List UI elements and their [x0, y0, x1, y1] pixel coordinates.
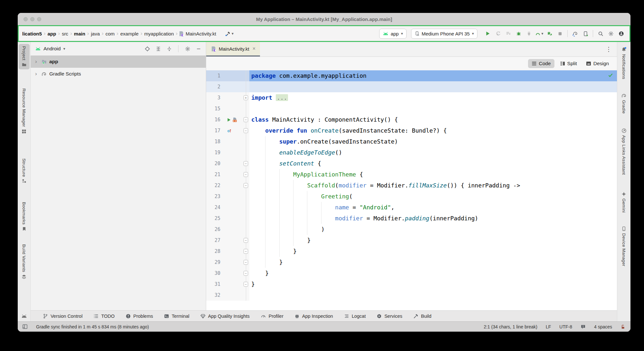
line-number[interactable]: 32 [206, 290, 225, 301]
tree-item-app[interactable]: ›app [31, 55, 206, 68]
tool-window-button-app-quality-insights[interactable]: App Quality Insights [200, 314, 250, 319]
search-everywhere-button[interactable] [596, 29, 605, 38]
tool-window-button-profiler[interactable]: Profiler [261, 314, 284, 319]
feedback-icon[interactable] [581, 324, 586, 329]
fold-column[interactable] [242, 136, 249, 147]
tool-window-button-app-inspection[interactable]: App Inspection [294, 314, 333, 319]
profiler-button[interactable]: ▾ [534, 29, 544, 38]
panel-options-gear-button[interactable] [183, 45, 192, 53]
gutter[interactable] [225, 81, 242, 92]
tool-window-button-services[interactable]: Services [377, 314, 402, 319]
code-text[interactable]: super.onCreate(savedInstanceState) [249, 136, 617, 147]
tool-window-button-logcat[interactable]: Logcat [344, 314, 366, 319]
fold-column[interactable] [242, 103, 249, 114]
line-number[interactable]: 20 [206, 158, 225, 169]
tool-window-tab-app-links-assistant[interactable]: App Links Assistant [619, 126, 630, 177]
line-number[interactable]: 2 [206, 81, 225, 92]
code-text[interactable]: } [249, 257, 617, 268]
code-text[interactable]: } [249, 268, 617, 279]
apply-changes-restart-button[interactable]: A [493, 29, 503, 38]
line-number[interactable]: 28 [206, 246, 225, 257]
breadcrumb-item[interactable]: src [61, 30, 69, 37]
line-ending-indicator[interactable]: LF [546, 324, 551, 329]
breadcrumb-item[interactable]: main [73, 30, 86, 37]
fold-column[interactable] [242, 224, 249, 235]
breadcrumb-item[interactable]: app [47, 30, 57, 37]
gutter[interactable] [225, 125, 242, 136]
tab-mainactivity[interactable]: MainActivity.kt × [206, 42, 260, 56]
mode-code-button[interactable]: Code [528, 59, 554, 68]
tool-window-tab-project[interactable]: Project [19, 44, 30, 69]
fold-marker[interactable]: − [244, 271, 248, 276]
tool-window-button-terminal[interactable]: Terminal [164, 314, 189, 319]
debug-button[interactable] [514, 29, 524, 38]
gutter[interactable] [225, 202, 242, 213]
run-configuration-select[interactable]: app ▾ [379, 29, 407, 39]
attach-debugger-button[interactable] [524, 29, 534, 38]
settings-button[interactable] [606, 29, 616, 38]
gutter[interactable] [225, 235, 242, 246]
line-number[interactable]: 27 [206, 235, 225, 246]
line-number[interactable]: 18 [206, 136, 225, 147]
gutter[interactable] [225, 224, 242, 235]
fold-column[interactable]: − [242, 268, 249, 279]
gutter[interactable] [225, 246, 242, 257]
gutter[interactable] [225, 191, 242, 202]
fold-column[interactable]: − [242, 114, 249, 125]
chevron-right-icon[interactable]: › [35, 71, 39, 77]
fold-marker[interactable]: − [244, 282, 248, 287]
fold-marker[interactable]: + [244, 95, 248, 100]
code-text[interactable]: } [249, 235, 617, 246]
fold-column[interactable]: − [242, 125, 249, 136]
gutter[interactable] [225, 290, 242, 301]
code-text[interactable]: name = "Android", [249, 202, 617, 213]
gradle-sync-button[interactable] [570, 29, 580, 38]
editor-options-kebab-icon[interactable]: ⋮ [601, 45, 617, 53]
fold-column[interactable]: − [242, 169, 249, 180]
lock-open-icon[interactable] [620, 324, 625, 329]
fold-column[interactable] [242, 70, 249, 81]
code-text[interactable]: setContent { [249, 158, 617, 169]
line-number[interactable]: 30 [206, 268, 225, 279]
breadcrumb-item[interactable]: MainActivity.kt [185, 30, 217, 37]
tool-window-tab-structure[interactable]: Structure [19, 156, 30, 186]
tool-window-tab-gemini[interactable]: Gemini [619, 189, 630, 215]
line-number[interactable]: 22 [206, 180, 225, 191]
line-number[interactable]: 25 [206, 213, 225, 224]
gutter[interactable] [225, 70, 242, 81]
gutter[interactable] [225, 268, 242, 279]
fold-column[interactable]: − [242, 246, 249, 257]
chevron-right-icon[interactable]: › [35, 58, 39, 65]
line-number[interactable]: 26 [206, 224, 225, 235]
gutter[interactable] [225, 180, 242, 191]
fold-column[interactable] [242, 81, 249, 92]
close-tab-icon[interactable]: × [253, 46, 255, 52]
gutter[interactable] [225, 213, 242, 224]
tool-window-tab-notifications[interactable]: Notifications [619, 45, 630, 81]
tool-window-tab-device-manager[interactable]: Device Manager [619, 224, 630, 269]
apply-code-changes-button[interactable] [504, 29, 513, 38]
line-number[interactable]: 24 [206, 202, 225, 213]
project-view-label[interactable]: Android [43, 46, 61, 52]
code-text[interactable]: MyApplicationTheme { [249, 169, 617, 180]
code-text[interactable]: modifier = Modifier.padding(innerPadding… [249, 213, 617, 224]
caret-position[interactable]: 2:1 (34 chars, 1 line break) [484, 324, 537, 329]
compose-gutter-icon[interactable] [232, 117, 237, 123]
fold-marker[interactable]: − [244, 238, 248, 243]
build-menu-button[interactable]: ▾ [225, 31, 234, 36]
fold-marker[interactable]: − [244, 161, 248, 166]
line-number[interactable]: 31 [206, 279, 225, 290]
tool-window-tab-resource-manager[interactable]: Resource Manager [19, 86, 30, 136]
fold-marker[interactable]: − [244, 117, 248, 122]
tool-window-button-version-control[interactable]: Version Control [43, 314, 82, 319]
collapse-all-button[interactable] [165, 45, 173, 53]
code-text[interactable] [249, 290, 617, 301]
fold-column[interactable]: − [242, 235, 249, 246]
gutter[interactable] [225, 147, 242, 158]
code-text[interactable]: Greeting( [249, 191, 617, 202]
code-text[interactable]: override fun onCreate(savedInstanceState… [249, 125, 617, 136]
code-text[interactable]: import ... [249, 92, 617, 103]
gutter[interactable] [225, 279, 242, 290]
gutter[interactable] [225, 158, 242, 169]
fold-column[interactable] [242, 191, 249, 202]
